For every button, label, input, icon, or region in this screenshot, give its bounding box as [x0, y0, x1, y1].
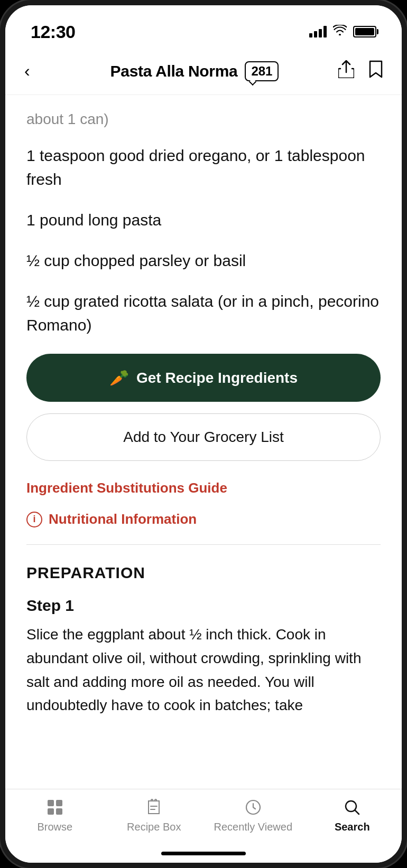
- preparation-section-title: PREPARATION: [26, 564, 381, 582]
- nav-header: ‹ Pasta Alla Norma 281: [5, 48, 402, 95]
- nutritional-label: Nutritional Information: [49, 511, 197, 527]
- tab-search-label: Search: [335, 821, 370, 833]
- tab-recently-viewed[interactable]: Recently Viewed: [204, 798, 303, 833]
- nutritional-info-link[interactable]: i Nutritional Information: [26, 511, 381, 527]
- back-button[interactable]: ‹: [24, 61, 51, 81]
- signal-icon: [309, 26, 327, 37]
- get-ingredients-label: Get Recipe Ingredients: [136, 370, 298, 386]
- info-icon: i: [26, 512, 42, 527]
- ingredient-partial: about 1 can): [26, 111, 381, 128]
- search-icon: [344, 798, 360, 817]
- recently-viewed-icon: [245, 798, 261, 817]
- step-1-title: Step 1: [26, 597, 381, 615]
- nav-actions: [338, 60, 383, 82]
- phone-shell: 12:30 ‹ Pasta Al: [0, 0, 407, 868]
- ingredient-item-4: ½ cup grated ricotta salata (or in a pin…: [26, 289, 381, 337]
- nav-title-area: Pasta Alla Norma 281: [110, 61, 279, 81]
- status-time: 12:30: [31, 22, 75, 42]
- status-icons: [309, 25, 376, 39]
- browse-icon: [48, 798, 62, 817]
- wifi-icon: [333, 25, 347, 39]
- add-grocery-list-button[interactable]: Add to Your Grocery List: [26, 413, 381, 461]
- ingredient-item-3: ½ cup chopped parsley or basil: [26, 249, 381, 272]
- page-title: Pasta Alla Norma: [110, 62, 238, 80]
- section-divider: [26, 544, 381, 545]
- svg-point-1: [346, 801, 356, 812]
- ingredient-item-1: 1 teaspoon good dried oregano, or 1 tabl…: [26, 144, 381, 191]
- tab-recipe-box-label: Recipe Box: [127, 821, 181, 833]
- ingredient-item-2: 1 pound long pasta: [26, 208, 381, 232]
- tab-search[interactable]: Search: [303, 798, 402, 833]
- status-bar: 12:30: [5, 5, 402, 48]
- main-content: about 1 can) 1 teaspoon good dried orega…: [5, 95, 402, 810]
- bookmark-icon[interactable]: [369, 60, 383, 82]
- grocery-list-label: Add to Your Grocery List: [123, 429, 284, 446]
- comment-count-badge[interactable]: 281: [245, 61, 279, 81]
- get-ingredients-button[interactable]: 🥕 Get Recipe Ingredients: [26, 354, 381, 402]
- step-1-text: Slice the eggplant about ½ inch thick. C…: [26, 623, 381, 718]
- home-indicator: [161, 852, 246, 855]
- substitutions-link[interactable]: Ingredient Substitutions Guide: [26, 480, 381, 496]
- tab-browse[interactable]: Browse: [5, 798, 105, 833]
- carrot-icon: 🥕: [109, 369, 129, 387]
- tab-recipe-box[interactable]: Recipe Box: [105, 798, 204, 833]
- recipe-box-icon: [146, 798, 161, 817]
- tab-recently-viewed-label: Recently Viewed: [214, 821, 292, 833]
- tab-browse-label: Browse: [37, 821, 72, 833]
- share-icon[interactable]: [338, 60, 354, 82]
- battery-icon: [353, 26, 376, 37]
